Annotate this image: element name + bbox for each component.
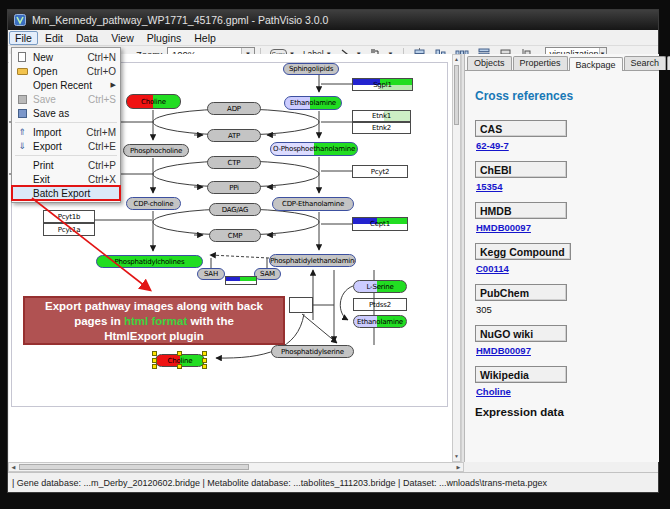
scroll-up-icon[interactable]: ▲ [453, 55, 460, 64]
submenu-arrow-icon: ▶ [111, 81, 116, 89]
annotation-line3: HtmlExport plugin [25, 329, 283, 344]
file-menu-item-import[interactable]: ⇑ImportCtrl+M [12, 125, 120, 139]
xref-link[interactable]: 62-49-7 [476, 140, 509, 151]
xref-section-hmdb: HMDBHMDB00097 [475, 201, 651, 233]
file-menu-item-save[interactable]: SaveCtrl+S [12, 92, 120, 106]
xref-link[interactable]: HMDB00097 [476, 222, 531, 233]
vertical-scroll-thumb[interactable] [454, 65, 459, 125]
scroll-left-icon[interactable]: ◀ [9, 463, 18, 471]
scroll-right-icon[interactable]: ▶ [454, 463, 463, 471]
scroll-down-icon[interactable]: ▼ [453, 452, 460, 461]
xref-link[interactable]: 15354 [476, 181, 502, 192]
node-etnk2[interactable]: Etnk2 [352, 122, 411, 134]
xref-section-pubchem: PubChem305 [475, 283, 651, 315]
selection-handle[interactable] [152, 358, 157, 363]
save-disk-icon [14, 94, 30, 105]
file-menu-item-open[interactable]: OpenCtrl+O [12, 64, 120, 78]
selection-handle[interactable] [152, 351, 157, 356]
tab-properties[interactable]: Properties [513, 56, 568, 70]
node-phosphatidylcholines[interactable]: Phosphatidylcholines [96, 255, 203, 268]
node-cdp-ethanolamine[interactable]: CDP-Ethanolamine [272, 197, 354, 211]
node-ctp[interactable]: CTP [207, 156, 261, 169]
cross-references-heading: Cross references [475, 89, 651, 103]
node-ppi[interactable]: PPi [207, 181, 261, 194]
node-label: Sgpl1 [353, 81, 412, 89]
node-sam[interactable]: SAM [254, 268, 281, 280]
node-dag-ag[interactable]: DAG/AG [209, 203, 261, 216]
menu-view[interactable]: View [105, 31, 140, 45]
pemt-gene-box[interactable] [225, 276, 257, 285]
node-phosphocholine[interactable]: Phosphocholine [123, 144, 189, 157]
file-menu-item-batch-export[interactable]: Batch Export [12, 186, 120, 200]
selection-handle[interactable] [177, 364, 182, 369]
node-label: CDP-Ethanolamine [273, 200, 353, 208]
node-label: Phosphatidylcholines [97, 258, 202, 266]
horizontal-scroll-thumb[interactable] [19, 464, 249, 470]
node-sah[interactable]: SAH [197, 268, 225, 280]
node-l-serine[interactable]: L-Serine [353, 280, 407, 293]
menu-data[interactable]: Data [70, 31, 104, 45]
node-pcyt2[interactable]: Pcyt2 [352, 165, 408, 178]
xref-link[interactable]: HMDB00097 [476, 345, 531, 356]
node-atp[interactable]: ATP [207, 129, 261, 142]
node-ethanolamine[interactable]: Ethanolamine [284, 96, 342, 110]
node-label: Pcyt1b [44, 213, 94, 221]
node-label: Pcyt1a [44, 226, 94, 234]
xref-header: HMDB [475, 202, 567, 219]
canvas-vertical-scrollbar[interactable]: ▲ ▼ [452, 54, 461, 462]
tab-backpage[interactable]: Backpage [569, 57, 623, 71]
xref-link[interactable]: Choline [476, 386, 511, 397]
annotation-callout: Export pathway images along with back pa… [23, 296, 285, 345]
menu-help[interactable]: Help [188, 31, 222, 45]
xref-header: CAS [475, 120, 567, 137]
open-folder-icon [14, 66, 30, 77]
node-pcyt1a[interactable]: Pcyt1a [43, 223, 95, 236]
node-ethanolamine[interactable]: Ethanolamine [353, 315, 407, 328]
xref-section-chebi: ChEBI15354 [475, 160, 651, 192]
menu-edit[interactable]: Edit [39, 31, 69, 45]
node-adp[interactable]: ADP [207, 102, 261, 115]
file-menu-item-export[interactable]: ⇓ExportCtrl+E [12, 139, 120, 153]
menu-separator [15, 155, 117, 156]
selection-handle[interactable] [202, 364, 207, 369]
selection-handle[interactable] [152, 364, 157, 369]
tab-objects[interactable]: Objects [467, 56, 512, 70]
xref-header: Wikipedia [475, 366, 567, 383]
file-menu-item-open-recent[interactable]: Open Recent▶ [12, 78, 120, 92]
node-sgpl1[interactable]: Sgpl1 [352, 78, 413, 91]
tab-search[interactable]: Search [624, 56, 667, 70]
file-menu-item-save-as[interactable]: Save as [12, 106, 120, 120]
app-icon [14, 14, 26, 26]
file-menu-item-print[interactable]: PrintCtrl+P [12, 158, 120, 172]
no-icon [14, 174, 30, 185]
node-cmp[interactable]: CMP [209, 229, 261, 242]
canvas-horizontal-scrollbar[interactable]: ◀ ▶ [8, 462, 464, 472]
xref-link[interactable]: C00114 [476, 263, 509, 274]
selection-handle[interactable] [202, 358, 207, 363]
side-panel: ObjectsPropertiesBackpageSearchLegend Cr… [464, 54, 659, 462]
selection-handle[interactable] [202, 351, 207, 356]
node-cept1[interactable]: Cept1 [352, 217, 408, 231]
node-choline[interactable]: Choline [126, 94, 181, 109]
node-phosphatidylserine[interactable]: Phosphatidylserine [271, 345, 354, 358]
covered-gene-box[interactable] [289, 297, 313, 313]
node-etnk1[interactable]: Etnk1 [352, 110, 411, 122]
node-ptdss2[interactable]: Ptdss2 [353, 298, 407, 311]
title-bar: Mm_Kennedy_pathway_WP1771_45176.gpml - P… [8, 10, 658, 30]
node-cdp-choline[interactable]: CDP-choline [126, 197, 181, 210]
node-pcyt1b[interactable]: Pcyt1b [43, 210, 95, 223]
no-icon [14, 80, 30, 91]
file-menu-item-exit[interactable]: ExitCtrl+X [12, 172, 120, 186]
node-label: Ethanolamine [354, 318, 406, 326]
menu-separator [15, 122, 117, 123]
menu-file[interactable]: File [9, 31, 38, 45]
selection-handle[interactable] [177, 351, 182, 356]
node-sphingolipids[interactable]: Sphingolipids [283, 63, 339, 75]
file-menu-item-new[interactable]: NewCtrl+N [12, 50, 120, 64]
node-o-phosphoethanolamine[interactable]: O-Phosphoethanolamine [270, 142, 358, 156]
menu-plugins[interactable]: Plugins [141, 31, 187, 45]
xref-value: 62-49-7 [476, 140, 651, 151]
node-label: ATP [208, 132, 260, 140]
node-phosphatidylethanolamine[interactable]: Phosphatidylethanolamine [269, 254, 356, 267]
no-icon [14, 160, 30, 171]
